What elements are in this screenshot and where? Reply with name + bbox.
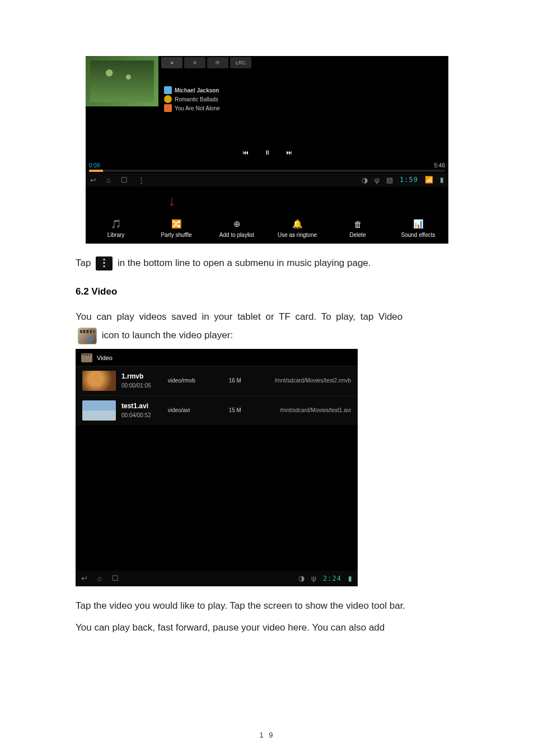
album-icon — [164, 95, 172, 103]
video-thumbnail — [82, 400, 116, 421]
paragraph-video-intro: You can play videos saved in your tablet… — [76, 310, 458, 324]
album-name: Romantic Ballads — [175, 96, 218, 102]
video-size: 15 M — [229, 407, 241, 413]
submenu-add-playlist[interactable]: ⊕ Add to playlist — [207, 213, 267, 244]
submenu-library[interactable]: 🎵 Library — [86, 213, 146, 244]
artist-icon — [164, 86, 172, 94]
music-submenu: 🎵 Library 🔀 Party shuffle ⊕ Add to playl… — [86, 213, 448, 244]
video-app-icon — [78, 328, 97, 344]
equalizer-icon: 📊 — [413, 218, 424, 230]
pointer-arrow: ↓ — [168, 198, 448, 204]
home-icon[interactable]: ⌂ — [97, 574, 102, 582]
submenu-add-label: Add to playlist — [219, 232, 254, 238]
add-playlist-icon: ⊕ — [231, 218, 242, 230]
submenu-sound-effects[interactable]: 📊 Sound effects — [388, 213, 448, 244]
submenu-party-label: Party shuffle — [161, 232, 191, 238]
library-icon: 🎵 — [110, 218, 121, 230]
video-size: 16 M — [229, 377, 241, 384]
page-number: 1 9 — [0, 731, 534, 739]
video-row[interactable]: test1.avi 00:04/00:52 video/avi 15 M /mn… — [76, 395, 358, 425]
submenu-library-label: Library — [107, 232, 125, 238]
heading-video: 6.2 Video — [76, 286, 458, 297]
status-usb-icon: ψ — [311, 574, 316, 582]
artist-name: Michael Jackson — [175, 87, 219, 94]
tab-lrc[interactable]: LRC — [230, 57, 251, 68]
pause-button[interactable]: ⏸ — [264, 149, 270, 156]
submenu-fx-label: Sound effects — [401, 232, 435, 238]
video-path: /mnt/sdcard/Movies/test1.avi — [280, 407, 351, 413]
recents-icon[interactable]: ☐ — [112, 574, 119, 582]
video-mime: video/avi — [168, 407, 190, 413]
video-header-icon — [81, 353, 92, 362]
home-icon[interactable]: ⌂ — [106, 176, 111, 184]
battery-icon: ▮ — [440, 176, 444, 184]
video-duration: 00:00/01:05 — [121, 382, 151, 389]
video-app-title: Video — [97, 354, 113, 361]
overflow-icon[interactable]: ⋮ — [138, 176, 145, 184]
video-app-header: Video — [76, 349, 358, 366]
video-thumbnail — [82, 371, 116, 391]
video-path: /mnt/sdcard/Movies/test2.rmvb — [275, 377, 351, 384]
paragraph-submenu: Tap in the bottom line to open a submenu… — [76, 256, 458, 270]
delete-icon: 🗑 — [352, 218, 363, 230]
paragraph-playback: You can play back, fast forward, pause y… — [76, 620, 458, 635]
submenu-party-shuffle[interactable]: 🔀 Party shuffle — [146, 213, 207, 244]
submenu-ringtone[interactable]: 🔔 Use as ringtone — [267, 213, 327, 244]
overflow-icon-inline — [96, 256, 113, 270]
track-name: You Are Not Alone — [175, 105, 220, 111]
time-elapsed: 0:08 — [89, 162, 100, 169]
prev-button[interactable]: ⏮ — [242, 149, 249, 156]
submenu-ring-label: Use as ringtone — [278, 232, 317, 238]
progress-bar[interactable] — [89, 170, 445, 172]
recents-icon[interactable]: ☐ — [121, 176, 128, 184]
status-sd-icon: ◑ — [362, 176, 368, 184]
text-icon-launch: icon to launch the video player: — [102, 330, 233, 340]
paragraph-tap-video: Tap the video you would like to play. Ta… — [76, 599, 458, 613]
party-shuffle-icon: 🔀 — [171, 218, 182, 230]
back-icon[interactable]: ↩ — [81, 574, 87, 582]
time-total: 5:46 — [434, 162, 445, 169]
transport-controls: ⏮ ⏸ ⏭ — [86, 149, 448, 159]
video-name: test1.avi — [121, 402, 151, 410]
status-debug-icon: ▧ — [386, 176, 393, 184]
system-bar: ↩ ⌂ ☐ ⋮ ◑ ψ ▧ 1:59 📶 ▮ — [86, 173, 448, 186]
submenu-delete[interactable]: 🗑 Delete — [327, 213, 388, 244]
status-sd-icon: ◑ — [298, 574, 305, 582]
system-bar: ↩ ⌂ ☐ ◑ ψ 2:24 ▮ — [76, 571, 358, 586]
music-tabs: ≡ ⤨ ⟳ LRC — [161, 57, 253, 68]
ringtone-icon: 🔔 — [292, 218, 303, 230]
text-tap-post: in the bottom line to open a submenu in … — [118, 258, 371, 268]
music-player-screenshot: ≡ ⤨ ⟳ LRC Michael Jackson Romantic Balla… — [86, 56, 448, 244]
video-name: 1.rmvb — [121, 372, 151, 380]
status-clock: 1:59 — [400, 176, 418, 184]
track-metadata: Michael Jackson Romantic Ballads You Are… — [164, 73, 220, 113]
video-list-empty-area — [76, 425, 358, 571]
video-mime: video/rmvb — [168, 377, 195, 384]
battery-icon: ▮ — [348, 575, 352, 582]
video-list-screenshot: Video 1.rmvb 00:00/01:05 video/rmvb 16 M… — [76, 349, 358, 586]
wifi-icon: 📶 — [425, 176, 433, 184]
album-art — [86, 56, 158, 106]
tab-shuffle-icon[interactable]: ⤨ — [184, 57, 205, 68]
tab-list-icon[interactable]: ≡ — [161, 57, 182, 68]
tab-repeat-icon[interactable]: ⟳ — [207, 57, 228, 68]
video-row[interactable]: 1.rmvb 00:00/01:05 video/rmvb 16 M /mnt/… — [76, 366, 358, 395]
next-button[interactable]: ⏭ — [286, 149, 292, 156]
status-clock: 2:24 — [323, 575, 341, 582]
back-icon[interactable]: ↩ — [90, 176, 96, 184]
paragraph-video-launch: icon to launch the video player: — [76, 328, 458, 344]
text-tap-pre: Tap — [76, 258, 93, 268]
video-duration: 00:04/00:52 — [121, 412, 151, 418]
submenu-del-label: Delete — [350, 232, 366, 238]
status-usb-icon: ψ — [374, 176, 380, 184]
track-icon — [164, 104, 172, 112]
